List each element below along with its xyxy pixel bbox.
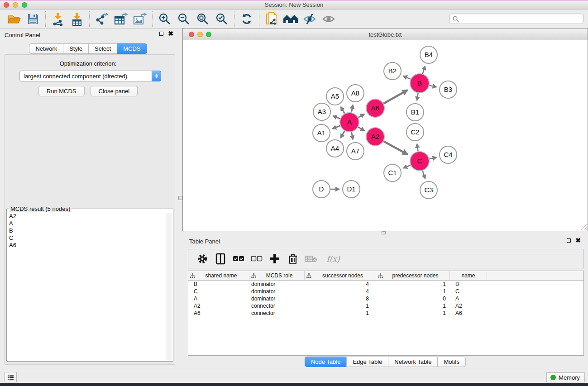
edge-B-B4[interactable] xyxy=(423,66,425,74)
export-network-button[interactable] xyxy=(92,10,111,28)
edge-A-A8[interactable] xyxy=(351,105,353,112)
table-cell[interactable]: 1 xyxy=(376,281,450,287)
float-panel-icon[interactable] xyxy=(159,32,163,36)
graph-node-B[interactable]: B xyxy=(410,74,429,93)
float-table-panel-icon[interactable] xyxy=(567,238,571,243)
column-header-name[interactable]: name xyxy=(450,271,487,280)
table-cell[interactable]: C xyxy=(188,288,249,295)
table-cell[interactable]: B xyxy=(188,281,249,287)
graph-node-A1[interactable]: A1 xyxy=(313,124,330,142)
unselect-all-columns-button[interactable] xyxy=(250,251,263,267)
column-header-predecessor-nodes[interactable]: predecessor nodes xyxy=(376,271,450,280)
vertical-splitter-grip[interactable] xyxy=(178,196,182,200)
horizontal-splitter-grip[interactable] xyxy=(382,231,386,234)
table-cell[interactable]: 8 xyxy=(305,295,376,302)
edge-A2-C[interactable] xyxy=(383,141,407,154)
edge-B-B2[interactable] xyxy=(403,76,411,79)
mcds-result-list[interactable]: A2ABCA6 xyxy=(7,213,172,361)
column-header-MCDS-role[interactable]: MCDS role xyxy=(249,271,305,280)
graph-node-A5[interactable]: A5 xyxy=(326,88,344,105)
mcds-result-item[interactable]: A2 xyxy=(7,213,172,220)
graph-node-B4[interactable]: B4 xyxy=(420,46,437,63)
graph-node-A4[interactable]: A4 xyxy=(326,140,344,157)
edge-A-A3[interactable] xyxy=(333,116,340,119)
edge-C-C1[interactable] xyxy=(403,165,411,168)
graph-node-A8[interactable]: A8 xyxy=(347,85,364,102)
function-builder-button[interactable]: f(x) xyxy=(322,251,344,267)
close-table-panel-icon[interactable]: ✖ xyxy=(575,238,581,243)
table-row[interactable]: A2connector11A2 xyxy=(188,302,583,310)
column-header-shared-name[interactable]: shared name xyxy=(188,271,249,280)
graph-node-A6[interactable]: A6 xyxy=(366,99,384,117)
table-cell[interactable]: connector xyxy=(249,310,305,316)
edge-A-A2[interactable] xyxy=(358,127,364,131)
edge-A-A7[interactable] xyxy=(351,132,353,140)
table-row[interactable]: A6connector11A6 xyxy=(188,310,583,317)
column-header-successor-nodes[interactable]: successor nodes xyxy=(305,271,376,280)
table-cell[interactable]: 1 xyxy=(305,310,376,316)
table-settings-button[interactable] xyxy=(196,251,209,267)
table-cell[interactable]: A2 xyxy=(188,303,249,309)
edge-B-B1[interactable] xyxy=(417,93,418,101)
graph-node-C4[interactable]: C4 xyxy=(440,146,457,163)
edge-A-A1[interactable] xyxy=(332,126,340,129)
table-cell[interactable]: 4 xyxy=(305,281,376,287)
table-cell[interactable]: 1 xyxy=(376,288,450,295)
zoom-in-button[interactable] xyxy=(155,10,174,28)
show-panels-button[interactable] xyxy=(5,372,17,382)
table-cell[interactable]: dominator xyxy=(249,281,305,287)
graph-node-D[interactable]: D xyxy=(313,181,330,198)
edge-A-A5[interactable] xyxy=(341,107,345,114)
tab-select[interactable]: Select xyxy=(88,43,117,54)
edge-C-C4[interactable] xyxy=(429,157,436,159)
import-table-button[interactable] xyxy=(67,10,86,28)
create-column-button[interactable] xyxy=(268,251,282,267)
delete-table-button[interactable] xyxy=(304,251,318,267)
graph-node-A3[interactable]: A3 xyxy=(313,103,330,120)
export-image-button[interactable] xyxy=(130,10,149,28)
refresh-view-button[interactable] xyxy=(237,10,256,28)
close-panel-icon[interactable]: ✖ xyxy=(168,31,173,36)
edge-C-C3[interactable] xyxy=(423,171,425,179)
table-cell[interactable]: A2 xyxy=(450,303,487,309)
graph-node-B3[interactable]: B3 xyxy=(440,81,457,98)
zoom-selected-button[interactable] xyxy=(212,10,231,28)
table-cell[interactable]: 0 xyxy=(376,295,450,302)
table-row[interactable]: Adominator80A xyxy=(188,295,583,302)
graph-node-C1[interactable]: C1 xyxy=(384,164,401,181)
table-cell[interactable]: A6 xyxy=(188,310,249,316)
table-cell[interactable]: connector xyxy=(249,303,305,309)
ndex-home-button[interactable] xyxy=(281,10,300,28)
edge-B-B3[interactable] xyxy=(429,86,436,87)
save-session-button[interactable] xyxy=(24,10,43,28)
result-scrollbar[interactable] xyxy=(166,213,172,360)
edge-A-A4[interactable] xyxy=(341,131,345,138)
table-cell[interactable]: B xyxy=(450,281,487,287)
close-panel-button[interactable]: Close panel xyxy=(91,86,138,96)
graph-node-A7[interactable]: A7 xyxy=(347,143,364,160)
memory-button[interactable]: Memory xyxy=(546,372,585,382)
show-columns-button[interactable] xyxy=(214,251,227,267)
mcds-result-item[interactable]: A6 xyxy=(7,242,172,249)
graph-node-A[interactable]: A xyxy=(340,113,359,132)
edge-A-A6[interactable] xyxy=(358,114,364,118)
global-search[interactable] xyxy=(449,14,583,24)
mcds-result-item[interactable]: B xyxy=(7,227,172,234)
hide-selection-button[interactable] xyxy=(300,10,319,28)
table-cell[interactable]: 4 xyxy=(305,288,376,295)
edge-C-C2[interactable] xyxy=(417,144,418,152)
tab-motifs[interactable]: Motifs xyxy=(437,357,466,367)
graph-node-B1[interactable]: B1 xyxy=(406,104,424,121)
tab-style[interactable]: Style xyxy=(63,43,89,54)
table-cell[interactable]: C xyxy=(450,288,487,295)
table-cell[interactable]: A6 xyxy=(450,310,487,316)
table-row[interactable]: Bdominator41B xyxy=(188,281,583,288)
table-cell[interactable]: dominator xyxy=(249,295,305,302)
edge-A6-B[interactable] xyxy=(383,90,408,104)
clone-network-button[interactable] xyxy=(262,10,281,28)
table-cell[interactable]: dominator xyxy=(249,288,305,295)
graph-node-B2[interactable]: B2 xyxy=(384,62,401,80)
zoom-out-button[interactable] xyxy=(174,10,193,28)
zoom-fit-button[interactable] xyxy=(193,10,212,28)
mcds-result-item[interactable]: A xyxy=(7,220,172,227)
